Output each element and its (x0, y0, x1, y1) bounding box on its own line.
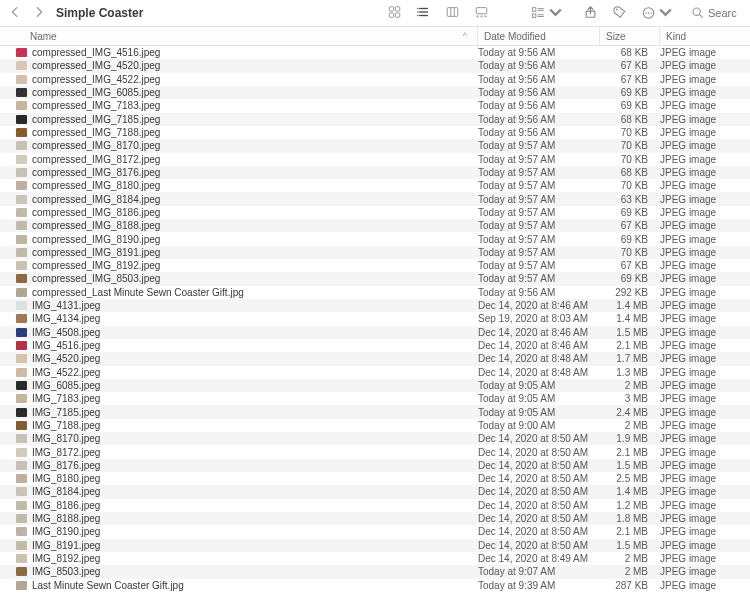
search-field[interactable] (691, 6, 742, 19)
file-date: Today at 9:56 AM (478, 60, 600, 71)
file-row[interactable]: compressed_IMG_8184.jpegToday at 9:57 AM… (0, 192, 750, 205)
file-thumbnail-icon (16, 328, 27, 337)
file-row[interactable]: compressed_IMG_8190.jpegToday at 9:57 AM… (0, 232, 750, 245)
file-row[interactable]: IMG_4516.jpegDec 14, 2020 at 8:46 AM2.1 … (0, 339, 750, 352)
file-name: IMG_6085.jpeg (32, 380, 100, 391)
column-header-name[interactable]: Name ^ (0, 27, 478, 45)
file-date: Today at 9:56 AM (478, 74, 600, 85)
file-thumbnail-icon (16, 474, 27, 483)
file-size: 1.4 MB (600, 313, 660, 324)
file-name: compressed_IMG_8172.jpeg (32, 154, 160, 165)
file-size: 67 KB (600, 220, 660, 231)
file-row[interactable]: compressed_IMG_7183.jpegToday at 9:56 AM… (0, 99, 750, 112)
file-row[interactable]: compressed_IMG_8172.jpegToday at 9:57 AM… (0, 153, 750, 166)
file-row[interactable]: IMG_8190.jpegDec 14, 2020 at 8:50 AM2.1 … (0, 525, 750, 538)
column-header-date[interactable]: Date Modified (478, 27, 600, 45)
file-kind: JPEG image (660, 273, 750, 284)
file-row[interactable]: compressed_IMG_8503.jpegToday at 9:57 AM… (0, 272, 750, 285)
file-row[interactable]: IMG_8184.jpegDec 14, 2020 at 8:50 AM1.4 … (0, 485, 750, 498)
file-row[interactable]: IMG_8188.jpegDec 14, 2020 at 8:50 AM1.8 … (0, 512, 750, 525)
file-row[interactable]: compressed_IMG_8180.jpegToday at 9:57 AM… (0, 179, 750, 192)
icons-view-button[interactable] (387, 5, 402, 21)
file-row[interactable]: IMG_8172.jpegDec 14, 2020 at 8:50 AM2.1 … (0, 445, 750, 458)
file-row[interactable]: compressed_IMG_4520.jpegToday at 9:56 AM… (0, 59, 750, 72)
file-kind: JPEG image (660, 140, 750, 151)
file-row[interactable]: IMG_6085.jpegToday at 9:05 AM2 MBJPEG im… (0, 379, 750, 392)
file-size: 2 MB (600, 380, 660, 391)
group-menu[interactable] (531, 6, 563, 20)
file-row[interactable]: IMG_4522.jpegDec 14, 2020 at 8:48 AM1.3 … (0, 366, 750, 379)
share-button[interactable] (583, 5, 598, 21)
file-row[interactable]: IMG_8180.jpegDec 14, 2020 at 8:50 AM2.5 … (0, 472, 750, 485)
column-header-kind[interactable]: Kind (660, 27, 750, 45)
file-row[interactable]: IMG_8186.jpegDec 14, 2020 at 8:50 AM1.2 … (0, 499, 750, 512)
file-name: IMG_8190.jpeg (32, 526, 100, 537)
file-row[interactable]: compressed_IMG_8192.jpegToday at 9:57 AM… (0, 259, 750, 272)
file-row[interactable]: compressed_IMG_8188.jpegToday at 9:57 AM… (0, 219, 750, 232)
file-row[interactable]: IMG_8170.jpegDec 14, 2020 at 8:50 AM1.9 … (0, 432, 750, 445)
file-row[interactable]: IMG_4134.jpegSep 19, 2020 at 8:03 AM1.4 … (0, 312, 750, 325)
file-list[interactable]: compressed_IMG_4516.jpegToday at 9:56 AM… (0, 46, 750, 603)
column-header-size[interactable]: Size (600, 27, 660, 45)
svg-rect-0 (389, 6, 393, 10)
sort-indicator-icon: ^ (463, 31, 467, 41)
file-row[interactable]: IMG_8503.jpegToday at 9:07 AM2 MBJPEG im… (0, 565, 750, 578)
file-name: IMG_7183.jpeg (32, 393, 100, 404)
file-kind: JPEG image (660, 380, 750, 391)
file-kind: JPEG image (660, 167, 750, 178)
file-row[interactable]: IMG_7185.jpegToday at 9:05 AM2.4 MBJPEG … (0, 405, 750, 418)
file-row[interactable]: IMG_4508.jpegDec 14, 2020 at 8:46 AM1.5 … (0, 326, 750, 339)
file-kind: JPEG image (660, 180, 750, 191)
tag-button[interactable] (612, 5, 627, 21)
file-row[interactable]: IMG_4131.jpegDec 14, 2020 at 8:46 AM1.4 … (0, 299, 750, 312)
file-thumbnail-icon (16, 301, 27, 310)
file-row[interactable]: IMG_4520.jpegDec 14, 2020 at 8:48 AM1.7 … (0, 352, 750, 365)
file-row[interactable]: IMG_8176.jpegDec 14, 2020 at 8:50 AM1.5 … (0, 459, 750, 472)
file-row[interactable]: IMG_7183.jpegToday at 9:05 AM3 MBJPEG im… (0, 392, 750, 405)
file-size: 2 MB (600, 420, 660, 431)
file-name: compressed_IMG_8503.jpeg (32, 273, 160, 284)
file-row[interactable]: compressed_IMG_8170.jpegToday at 9:57 AM… (0, 139, 750, 152)
file-row[interactable]: compressed_IMG_4522.jpegToday at 9:56 AM… (0, 73, 750, 86)
chevron-left-icon (8, 5, 22, 19)
file-row[interactable]: compressed_IMG_6085.jpegToday at 9:56 AM… (0, 86, 750, 99)
file-kind: JPEG image (660, 47, 750, 58)
file-row[interactable]: IMG_8192.jpegDec 14, 2020 at 8:49 AM2 MB… (0, 552, 750, 565)
file-date: Today at 9:39 AM (478, 580, 600, 591)
search-input[interactable] (708, 7, 742, 19)
list-view-button[interactable] (416, 5, 431, 21)
file-row[interactable]: compressed_IMG_8191.jpegToday at 9:57 AM… (0, 246, 750, 259)
more-button[interactable] (641, 6, 673, 20)
back-button[interactable] (8, 5, 22, 21)
file-date: Today at 9:57 AM (478, 273, 600, 284)
file-thumbnail-icon (16, 461, 27, 470)
file-size: 1.9 MB (600, 433, 660, 444)
svg-point-24 (616, 8, 618, 10)
file-name: IMG_4520.jpeg (32, 353, 100, 364)
file-name: IMG_8192.jpeg (32, 553, 100, 564)
svg-rect-18 (532, 13, 536, 17)
file-row[interactable]: IMG_7188.jpegToday at 9:00 AM2 MBJPEG im… (0, 419, 750, 432)
file-date: Today at 9:56 AM (478, 47, 600, 58)
file-row[interactable]: compressed_IMG_7185.jpegToday at 9:56 AM… (0, 113, 750, 126)
file-kind: JPEG image (660, 553, 750, 564)
gallery-view-button[interactable] (474, 5, 489, 21)
file-row[interactable]: Last Minute Sewn Coaster Gift.jpgToday a… (0, 579, 750, 592)
file-name: IMG_8188.jpeg (32, 513, 100, 524)
svg-rect-14 (476, 15, 479, 17)
file-row[interactable]: compressed_Last Minute Sewn Coaster Gift… (0, 286, 750, 299)
file-size: 68 KB (600, 167, 660, 178)
file-date: Dec 14, 2020 at 8:48 AM (478, 353, 600, 364)
columns-view-button[interactable] (445, 5, 460, 21)
file-row[interactable]: compressed_IMG_8176.jpegToday at 9:57 AM… (0, 166, 750, 179)
file-thumbnail-icon (16, 115, 27, 124)
file-thumbnail-icon (16, 581, 27, 590)
file-row[interactable]: compressed_IMG_8186.jpegToday at 9:57 AM… (0, 206, 750, 219)
file-row[interactable]: compressed_IMG_4516.jpegToday at 9:56 AM… (0, 46, 750, 59)
file-date: Today at 9:57 AM (478, 140, 600, 151)
file-thumbnail-icon (16, 75, 27, 84)
file-row[interactable]: IMG_8191.jpegDec 14, 2020 at 8:50 AM1.5 … (0, 539, 750, 552)
forward-button[interactable] (32, 5, 46, 21)
file-name: compressed_IMG_8191.jpeg (32, 247, 160, 258)
file-row[interactable]: compressed_IMG_7188.jpegToday at 9:56 AM… (0, 126, 750, 139)
